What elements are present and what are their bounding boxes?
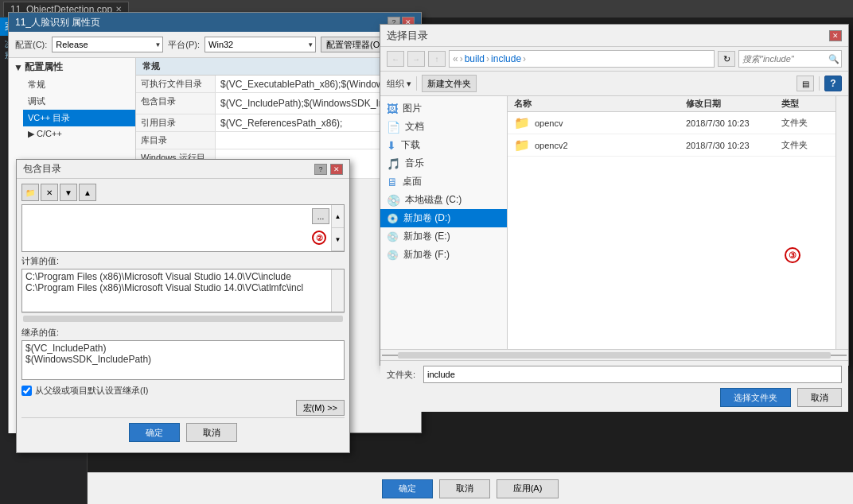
browse-btn[interactable]: ... — [312, 208, 329, 224]
prop-row-ref: 引用目录 $(VC_ReferencesPath_x86); — [136, 114, 421, 132]
tree-pictures[interactable]: 🖼 图片 — [380, 99, 507, 118]
tree-item-debug[interactable]: 调试 — [23, 93, 135, 110]
breadcrumb-arrow-2: › — [486, 53, 489, 64]
tree-item-cpp[interactable]: ▶ C/C++ — [23, 126, 135, 142]
refresh-btn[interactable]: ↻ — [718, 51, 735, 67]
move-up-btn[interactable]: ▲ — [79, 184, 96, 201]
include-list-input[interactable] — [22, 205, 321, 251]
drive-d-icon: 💿 — [387, 213, 399, 224]
platform-select[interactable]: Win32 — [204, 37, 316, 52]
include-ok-btn[interactable]: 确定 — [129, 423, 180, 442]
config-label: 配置(C): — [15, 39, 47, 51]
checkbox-row: 从父级或项目默认设置继承(I) — [21, 385, 345, 397]
search-input[interactable] — [739, 54, 827, 64]
organize-btn[interactable]: 组织 ▾ — [387, 78, 411, 90]
new-folder-btn[interactable]: 新建文件夹 — [422, 75, 477, 92]
computed-scroll — [331, 269, 344, 312]
tree-downloads[interactable]: ⬇ 下载 — [380, 136, 507, 154]
drive-c-icon: 💿 — [387, 194, 400, 207]
nav-back-btn[interactable]: ← — [387, 51, 404, 67]
breadcrumb-arrow-1: › — [460, 53, 463, 64]
tree-drive-e[interactable]: 💿 新加卷 (E:) — [380, 227, 507, 246]
file-item-opencv2[interactable]: 📁 opencv2 2018/7/30 10:23 文件夹 — [508, 134, 835, 157]
platform-select-wrap: Win32 — [204, 37, 316, 52]
file-h-scrollbar — [380, 349, 848, 360]
scroll-up-btn[interactable]: ▲ — [332, 205, 344, 228]
tree-drive-d[interactable]: 💿 新加卷 (D:) — [380, 209, 507, 227]
file-nav-bar: ← → ↑ « › build › include › ↻ 🔍 — [380, 47, 848, 72]
include-dialog-body: 📁 ✕ ▼ ▲ ▲ ▼ ... ② 计算的值: C:\Program Files… — [17, 179, 349, 452]
tree-desktop[interactable]: 🖥 桌面 — [380, 173, 507, 191]
tree-drive-c[interactable]: 💿 本地磁盘 (C:) — [380, 191, 507, 209]
file-action-row: 选择文件夹 取消 — [387, 388, 842, 407]
col-header-type: 类型 — [781, 98, 829, 110]
folder-input-label: 文件夹: — [387, 369, 419, 381]
file-dialog-close-btn[interactable]: ✕ — [829, 30, 842, 41]
main-cancel-btn[interactable]: 取消 — [439, 479, 490, 498]
file-cancel-btn[interactable]: 取消 — [797, 388, 842, 407]
main-ok-btn[interactable]: 确定 — [382, 479, 433, 498]
prop-label-lib: 库目录 — [136, 132, 216, 149]
circle-marker-3: ③ — [785, 247, 800, 263]
drive-d-label: 新加卷 (D:) — [403, 211, 450, 225]
tree-item-vcpp[interactable]: VC++ 目录 — [23, 110, 135, 126]
delete-item-btn[interactable]: ✕ — [41, 184, 58, 201]
search-icon[interactable]: 🔍 — [827, 54, 841, 64]
view-btn[interactable]: ▤ — [797, 76, 814, 91]
drive-e-label: 新加卷 (E:) — [403, 230, 450, 243]
config-select-wrap: Release — [52, 37, 163, 52]
prop-value-ref-text: $(VC_ReferencesPath_x86); — [220, 118, 342, 129]
tree-sub: 常规 调试 VC++ 目录 ▶ C/C++ — [9, 76, 135, 142]
pictures-icon: 🖼 — [387, 103, 398, 115]
h-scroll-left — [382, 355, 398, 356]
tree-drive-f[interactable]: 💿 新加卷 (F:) — [380, 246, 507, 264]
tree-section-label: 配置属性 — [25, 60, 63, 74]
inherit-checkbox[interactable] — [21, 386, 32, 396]
macro-btn[interactable]: 宏(M) >> — [296, 400, 345, 416]
inherited-label: 继承的值: — [21, 327, 345, 339]
tree-item-general[interactable]: 常规 — [23, 76, 135, 93]
include-dialog-footer: 确定 取消 — [21, 417, 345, 447]
search-box: 🔍 — [738, 50, 842, 68]
file-body: 🖼 图片 📄 文档 ⬇ 下载 🎵 音乐 🖥 桌面 💿 本地磁盘 (C:) — [380, 96, 848, 349]
config-select[interactable]: Release — [52, 37, 163, 52]
tree-music[interactable]: 🎵 音乐 — [380, 154, 507, 173]
music-icon: 🎵 — [387, 157, 400, 170]
breadcrumb-bar: « › build › include › — [449, 50, 715, 68]
file-dialog-title: 选择目录 ✕ — [380, 25, 848, 47]
breadcrumb-include[interactable]: include — [491, 53, 521, 64]
col-header-name: 名称 — [514, 98, 686, 110]
tree-documents[interactable]: 📄 文档 — [380, 118, 507, 136]
macro-row: 宏(M) >> — [21, 400, 345, 416]
move-down-btn[interactable]: ▼ — [60, 184, 77, 201]
computed-value-1: C:\Program Files (x86)\Microsoft Visual … — [25, 271, 341, 282]
breadcrumb-build[interactable]: build — [465, 53, 485, 64]
tree-section-config[interactable]: ▼ 配置属性 — [9, 58, 135, 76]
file-date-opencv2: 2018/7/30 10:23 — [686, 141, 781, 150]
pictures-label: 图片 — [403, 102, 422, 115]
tree-section-arrow: ▼ — [14, 62, 23, 73]
help-btn[interactable]: ? — [824, 76, 842, 91]
include-cancel-btn[interactable]: 取消 — [186, 423, 237, 442]
prop-label-include: 包含目录 — [136, 93, 216, 114]
inherited-section: 继承的值: $(VC_IncludePath) $(WindowsSDK_Inc… — [21, 327, 345, 380]
add-folder-btn[interactable]: 📁 — [21, 184, 39, 201]
inherit-label: 从父级或项目默认设置继承(I) — [35, 385, 148, 397]
include-question-btn[interactable]: ? — [314, 164, 327, 175]
nav-up-btn[interactable]: ↑ — [428, 51, 446, 67]
folder-input[interactable] — [423, 366, 842, 383]
nav-forward-btn[interactable]: → — [407, 51, 425, 67]
file-item-opencv[interactable]: 📁 opencv 2018/7/30 10:23 文件夹 — [508, 112, 835, 134]
h-scroll-right — [831, 355, 847, 356]
select-folder-btn[interactable]: 选择文件夹 — [720, 388, 791, 407]
breadcrumb-sep-1: « — [453, 53, 458, 64]
file-v-scrollbar — [835, 96, 848, 349]
file-list-header: 名称 修改日期 类型 — [508, 96, 835, 112]
include-dialog-btns: ? ✕ — [314, 164, 343, 175]
main-apply-btn[interactable]: 应用(A) — [497, 479, 559, 498]
include-list-wrap: ▲ ▼ ... ② — [21, 204, 345, 252]
desktop-icon: 🖥 — [387, 176, 398, 188]
include-close-btn[interactable]: ✕ — [330, 164, 343, 175]
scroll-down-btn[interactable]: ▼ — [332, 228, 344, 251]
file-left-tree: 🖼 图片 📄 文档 ⬇ 下载 🎵 音乐 🖥 桌面 💿 本地磁盘 (C:) — [380, 96, 508, 349]
